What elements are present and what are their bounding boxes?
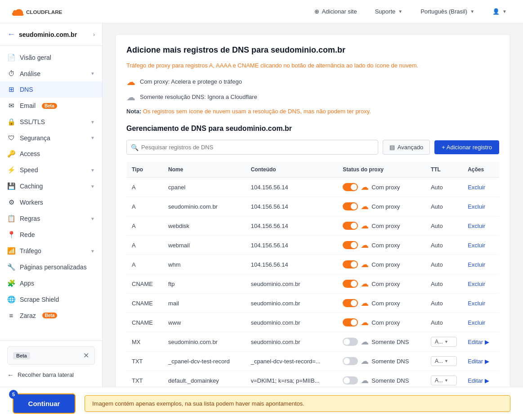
cell-content: 104.156.56.14 [246, 216, 338, 236]
sidebar-item-email[interactable]: ✉ Email Beta [0, 98, 102, 114]
support-button[interactable]: Suporte ▼ [370, 5, 408, 18]
proxy-label: Com proxy [371, 261, 400, 268]
excluir-link[interactable]: Excluir [468, 281, 485, 287]
domain-selector[interactable]: ← seudominio.com.br › [0, 23, 102, 46]
add-site-button[interactable]: ⊕ Adicionar site [309, 5, 362, 18]
ttl-value: Auto [431, 261, 443, 268]
sidebar-item-paginas[interactable]: 🔧 Páginas personalizadas [0, 259, 102, 275]
proxy-off-label: Somente resolução DNS: Ignora a Cloudfla… [140, 94, 257, 100]
advanced-label: Avançado [398, 144, 424, 151]
proxy-toggle[interactable] [343, 376, 358, 384]
ttl-select[interactable]: A...▼ [431, 375, 457, 385]
ttl-select[interactable]: A...▼ [431, 337, 457, 347]
cell-type: TXT [126, 352, 163, 371]
dns-table: Tipo Nome Conteúdo Status do proxy TTL A… [126, 162, 499, 387]
table-row: A cpanel 104.156.56.14 ☁ Com proxy Auto … [126, 178, 499, 197]
col-conteudo: Conteúdo [246, 162, 338, 178]
excluir-link[interactable]: Excluir [468, 184, 485, 191]
cloud-icon: ☁ [361, 279, 369, 289]
proxy-toggle[interactable] [343, 260, 358, 268]
language-label: Português (Brasil) [420, 8, 467, 15]
proxy-toggle[interactable] [343, 183, 358, 191]
search-input[interactable] [126, 140, 378, 155]
sidebar-item-dns[interactable]: ⊞ DNS [0, 81, 102, 98]
editar-link[interactable]: Editar ▶ [468, 377, 494, 384]
continue-button[interactable]: Continuar [13, 393, 76, 414]
cell-ttl: A...▼ [425, 352, 462, 371]
editar-link[interactable]: Editar ▶ [468, 358, 494, 365]
ttl-select[interactable]: A...▼ [431, 356, 457, 366]
proxy-toggle[interactable] [343, 318, 358, 326]
sidebar-item-label: Speed [20, 166, 38, 174]
sidebar-item-caching[interactable]: 💾 Caching ▼ [0, 178, 102, 194]
sidebar-item-trafego[interactable]: 📶 Tráfego ▼ [0, 243, 102, 259]
collapse-label: Recolher barra lateral [18, 371, 74, 378]
ttl-value: Auto [431, 203, 443, 210]
sidebar-item-visao-geral[interactable]: 📄 Visão geral [0, 49, 102, 66]
sidebar-item-rede[interactable]: 📍 Rede [0, 227, 102, 243]
excluir-link[interactable]: Excluir [468, 242, 485, 249]
cell-proxy-status: ☁ Somente DNS [337, 352, 425, 371]
continue-btn-wrap: 5 Continuar [13, 393, 76, 414]
table-row: CNAME www seudominio.com.br ☁ Com proxy … [126, 313, 499, 332]
dns-info-card: Adicione mais registros de DNS para seud… [115, 34, 510, 387]
excluir-link[interactable]: Excluir [468, 223, 485, 229]
proxy-toggle[interactable] [343, 241, 358, 249]
sidebar-item-ssl-tls[interactable]: 🔒 SSL/TLS ▼ [0, 114, 102, 130]
cell-type: MX [126, 332, 163, 352]
sidebar-item-access[interactable]: 🔑 Access [0, 146, 102, 162]
sidebar-item-seguranca[interactable]: 🛡 Segurança ▼ [0, 130, 102, 146]
language-button[interactable]: Português (Brasil) ▼ [415, 5, 480, 18]
cell-action: Editar ▶ [462, 332, 499, 352]
editar-link[interactable]: Editar ▶ [468, 339, 494, 345]
cell-proxy-status: ☁ Com proxy [337, 236, 425, 255]
proxy-toggle[interactable] [343, 338, 358, 346]
sidebar-item-analise[interactable]: ⏱ Análise ▼ [0, 66, 102, 81]
sidebar-item-apps[interactable]: 🧩 Apps [0, 275, 102, 291]
cloud-icon: ☁ [361, 356, 369, 366]
excluir-link[interactable]: Excluir [468, 203, 485, 210]
sidebar-item-scrape-shield[interactable]: 🌐 Scrape Shield [0, 291, 102, 308]
sidebar-item-workers[interactable]: ⚙ Workers [0, 194, 102, 210]
user-menu-button[interactable]: 👤 ▼ [487, 5, 512, 18]
shield-icon: 🛡 [7, 134, 15, 142]
cell-ttl: Auto [425, 178, 462, 197]
cell-action: Excluir [462, 255, 499, 274]
proxy-toggle[interactable] [343, 222, 358, 230]
add-record-button[interactable]: + Adicionar registro [434, 140, 499, 154]
cloud-icon: ☁ [361, 240, 369, 250]
col-tipo: Tipo [126, 162, 163, 178]
excluir-link[interactable]: Excluir [468, 300, 485, 307]
cell-proxy-status: ☁ Com proxy [337, 313, 425, 332]
cell-type: A [126, 216, 163, 236]
cell-name: ftp [163, 274, 246, 294]
cell-type: CNAME [126, 294, 163, 313]
lock-icon: 🔒 [7, 118, 15, 126]
proxy-toggle[interactable] [343, 202, 358, 210]
proxy-label: Com proxy [371, 281, 400, 287]
close-button[interactable]: ✕ [83, 351, 89, 360]
sidebar-item-speed[interactable]: ⚡ Speed ▼ [0, 162, 102, 178]
cell-content: v=DKIM1; k=rsa; p=MIIB... [246, 371, 338, 387]
proxy-toggle[interactable] [343, 280, 358, 288]
excluir-link[interactable]: Excluir [468, 319, 485, 326]
network-icon: 📍 [7, 231, 15, 239]
ttl-value: Auto [431, 223, 443, 229]
proxy-toggle[interactable] [343, 357, 358, 365]
collapse-sidebar-button[interactable]: ← Recolher barra lateral [7, 368, 95, 381]
advanced-button[interactable]: ▤ Avançado [383, 140, 430, 155]
sidebar-item-label: Zaraz [20, 312, 36, 319]
sidebar-item-zaraz[interactable]: ≡ Zaraz Beta [0, 308, 102, 323]
sidebar-item-regras[interactable]: 📋 Regras ▼ [0, 210, 102, 227]
sidebar-item-label: Regras [20, 215, 40, 222]
support-label: Suporte [375, 8, 396, 15]
cell-action: Excluir [462, 197, 499, 216]
document-icon: 📄 [7, 54, 15, 62]
cell-content: 104.156.56.14 [246, 236, 338, 255]
cloud-icon: ☁ [361, 317, 369, 327]
cell-name: webdisk [163, 216, 246, 236]
excluir-link[interactable]: Excluir [468, 261, 485, 268]
table-header-row: Tipo Nome Conteúdo Status do proxy TTL A… [126, 162, 499, 178]
proxy-toggle[interactable] [343, 299, 358, 307]
email-icon: ✉ [7, 102, 15, 110]
